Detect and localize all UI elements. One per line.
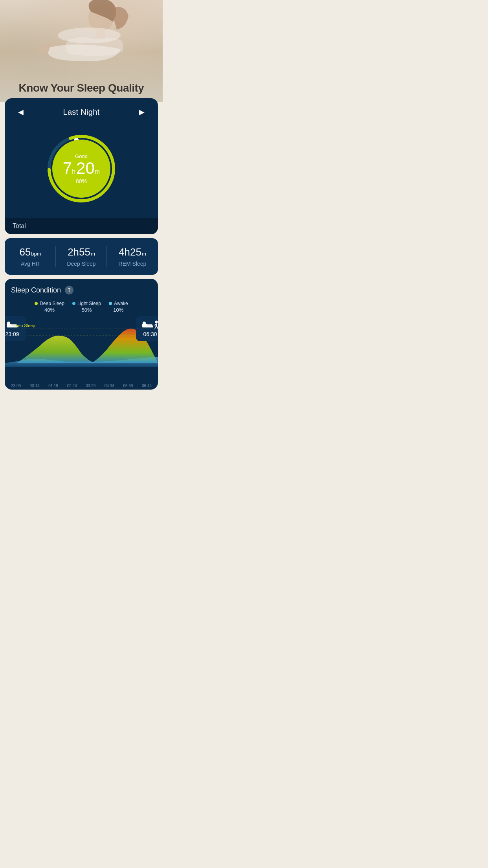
- legend-deep-sleep: Deep Sleep 40%: [35, 301, 64, 313]
- total-bar: Total: [5, 218, 158, 234]
- sleep-duration: 7 h 20 m: [63, 160, 100, 177]
- svg-rect-16: [156, 324, 157, 327]
- light-sleep-dot: [72, 302, 75, 305]
- deep-sleep-hours: 2h55: [68, 246, 90, 258]
- rem-sleep-value: 4h25m: [119, 246, 146, 258]
- svg-point-15: [155, 321, 158, 324]
- time-tick-0: 23:09: [11, 384, 21, 388]
- time-tick-1: 00:14: [30, 384, 40, 388]
- sleep-end-time: 06:30: [143, 331, 157, 337]
- total-label: Total: [13, 223, 26, 229]
- legend-light-sleep: Light Sleep 50%: [72, 301, 101, 313]
- legend-light-dot-row: Light Sleep: [72, 301, 101, 306]
- avg-hr-value: 65bpm: [19, 246, 41, 258]
- sleep-quality-circle: Good 7 h 20 m 80%: [5, 123, 158, 218]
- awake-percent: 10%: [113, 307, 123, 313]
- time-tick-4: 03:29: [86, 384, 95, 388]
- main-card: ◀ Last Night ▶ Good 7 h 20 m: [5, 98, 158, 234]
- deep-sleep-percent: 40%: [44, 307, 55, 313]
- time-tick-5: 04:34: [105, 384, 114, 388]
- deep-sleep-label: Deep Sleep: [67, 261, 95, 267]
- awake-legend-label: Awake: [114, 301, 128, 306]
- legend-awake-dot-row: Awake: [109, 301, 128, 306]
- hero-title: Know Your Sleep Quality: [0, 82, 163, 94]
- time-tick-2: 01:19: [48, 384, 58, 388]
- hours-unit: h: [72, 169, 75, 175]
- time-tick-3: 02:24: [67, 384, 77, 388]
- sleep-start-time: 23:09: [5, 331, 19, 337]
- nav-title: Last Night: [63, 108, 99, 117]
- rem-sleep-stat: 4h25m REM Sleep: [107, 238, 158, 275]
- light-sleep-legend-label: Light Sleep: [77, 301, 101, 306]
- circle-inner: Good 7 h 20 m 80%: [52, 140, 110, 198]
- prev-button[interactable]: ◀: [14, 105, 28, 119]
- chart-deep-label: Deep Sleep: [13, 323, 35, 328]
- condition-title: Sleep Condition: [11, 286, 61, 294]
- avg-hr-unit: bpm: [31, 251, 41, 257]
- sleep-hours: 7: [63, 160, 72, 177]
- rem-sleep-unit: m: [142, 251, 146, 257]
- wake-end-icon: [141, 320, 158, 329]
- avg-hr-number: 65: [19, 246, 31, 258]
- deep-sleep-dot: [35, 302, 38, 305]
- deep-sleep-unit: m: [91, 251, 95, 257]
- svg-rect-14: [145, 324, 152, 326]
- rem-sleep-hours: 4h25: [119, 246, 141, 258]
- awake-dot: [109, 302, 112, 305]
- svg-line-18: [155, 327, 156, 329]
- time-tick-6: 05:39: [123, 384, 133, 388]
- condition-header: Sleep Condition ?: [11, 286, 152, 294]
- svg-point-13: [143, 322, 146, 325]
- sleep-legend: Deep Sleep 40% Light Sleep 50% Awake 10%: [11, 301, 152, 313]
- time-tick-7: 06:44: [142, 384, 152, 388]
- minutes-unit: m: [95, 169, 100, 175]
- circle-container: Good 7 h 20 m 80%: [44, 131, 119, 206]
- quality-percent: 80%: [76, 178, 87, 184]
- nav-header: ◀ Last Night ▶: [5, 98, 158, 123]
- chart-deep-line: [13, 329, 150, 329]
- sleeping-person-illustration: [30, 0, 132, 83]
- sleep-chart: Deep Sleep: [5, 316, 158, 379]
- time-axis: 23:09 00:14 01:19 02:24 03:29 04:34 05:3…: [11, 381, 152, 390]
- stats-row: 65bpm Avg HR 2h55m Deep Sleep 4h25m REM …: [5, 238, 158, 275]
- quality-label: Good: [75, 153, 88, 159]
- deep-sleep-value: 2h55m: [68, 246, 95, 258]
- svg-point-2: [58, 28, 121, 43]
- rem-sleep-label: REM Sleep: [119, 261, 147, 267]
- deep-sleep-legend-label: Deep Sleep: [40, 301, 64, 306]
- legend-awake: Awake 10%: [109, 301, 128, 313]
- deep-sleep-stat: 2h55m Deep Sleep: [56, 238, 107, 275]
- info-button[interactable]: ?: [65, 286, 73, 294]
- legend-deep-dot-row: Deep Sleep: [35, 301, 64, 306]
- condition-section: Sleep Condition ? Deep Sleep 40% Light S…: [5, 279, 158, 390]
- svg-line-19: [157, 327, 158, 329]
- avg-hr-label: Avg HR: [21, 261, 40, 267]
- sleep-minutes: 20: [76, 160, 95, 177]
- light-sleep-percent: 50%: [81, 307, 92, 313]
- avg-hr-stat: 65bpm Avg HR: [5, 238, 56, 275]
- hero-section: Know Your Sleep Quality: [0, 0, 163, 102]
- next-button[interactable]: ▶: [135, 105, 149, 119]
- svg-point-9: [7, 322, 10, 325]
